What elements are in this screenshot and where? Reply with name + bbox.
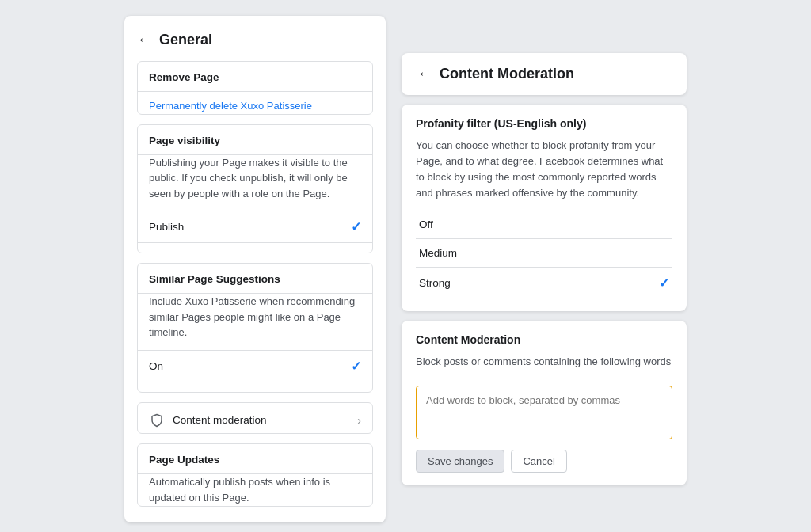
remove-page-title: Remove Page	[138, 62, 372, 91]
right-panel-header: ← Content Moderation	[402, 53, 687, 95]
content-moderation-nav-label: Content moderation	[173, 414, 267, 426]
on-label: On	[149, 360, 163, 372]
similar-page-title: Similar Page Suggestions	[138, 264, 372, 293]
similar-page-section: Similar Page Suggestions Include Xuxo Pa…	[137, 263, 373, 392]
content-moderation-nav[interactable]: Content moderation ›	[137, 402, 373, 435]
left-panel: ← General Remove Page Permanently delete…	[124, 16, 386, 522]
remove-page-section: Remove Page Permanently delete Xuxo Pati…	[137, 61, 373, 115]
page-visibility-section: Page visibility Publishing your Page mak…	[137, 124, 373, 253]
similar-page-description: Include Xuxo Patisserie when recommendin…	[138, 294, 372, 350]
profanity-filter-section: Profanity filter (US-English only) You c…	[402, 104, 687, 312]
profanity-option-off[interactable]: Off	[416, 211, 672, 239]
delete-page-link[interactable]: Permanently delete Xuxo Patisserie	[138, 92, 372, 115]
unpublish-option[interactable]: Unpublish	[138, 242, 372, 253]
profanity-options-list: Off Medium Strong ✓	[416, 211, 672, 298]
profanity-off-label: Off	[419, 218, 433, 230]
page-updates-title: Page Updates	[138, 444, 372, 473]
profanity-strong-label: Strong	[419, 277, 451, 289]
unpublish-label: Unpublish	[149, 251, 196, 253]
profanity-filter-card: Profanity filter (US-English only) You c…	[402, 104, 687, 312]
left-panel-header: ← General	[137, 32, 373, 48]
page-visibility-title: Page visibility	[138, 125, 372, 154]
profanity-option-medium[interactable]: Medium	[416, 239, 672, 268]
page-updates-section: Page Updates Automatically publish posts…	[137, 443, 373, 507]
publish-option[interactable]: Publish ✓	[138, 211, 372, 242]
shield-icon	[149, 412, 165, 428]
left-back-button[interactable]: ←	[137, 32, 151, 48]
profanity-strong-check-icon: ✓	[659, 276, 669, 291]
content-moderation-actions: Save changes Cancel	[416, 450, 672, 473]
cancel-button[interactable]: Cancel	[511, 450, 566, 473]
off-label: Off	[149, 390, 163, 393]
profanity-filter-description: You can choose whether to block profanit…	[416, 138, 672, 202]
right-panel-title: Content Moderation	[440, 66, 574, 82]
off-option[interactable]: Off	[138, 382, 372, 393]
content-moderation-nav-left: Content moderation	[149, 412, 267, 428]
right-panel-area: ← Content Moderation Profanity filter (U…	[402, 53, 687, 486]
content-moderation-nav-row[interactable]: Content moderation ›	[138, 403, 372, 435]
profanity-option-strong[interactable]: Strong ✓	[416, 268, 672, 298]
save-changes-button[interactable]: Save changes	[416, 450, 504, 473]
block-words-input[interactable]	[416, 386, 672, 439]
content-moderation-card: Content Moderation Block posts or commen…	[402, 321, 687, 485]
on-option[interactable]: On ✓	[138, 350, 372, 382]
chevron-right-icon: ›	[357, 414, 361, 427]
profanity-filter-title: Profanity filter (US-English only)	[416, 117, 672, 130]
right-back-button[interactable]: ←	[417, 66, 432, 82]
on-check-icon: ✓	[351, 359, 361, 374]
page-visibility-description: Publishing your Page makes it visible to…	[138, 155, 372, 211]
content-moderation-description: Block posts or comments containing the f…	[416, 354, 672, 370]
left-panel-title: General	[159, 32, 212, 48]
profanity-medium-label: Medium	[419, 247, 457, 259]
publish-check-icon: ✓	[351, 219, 361, 234]
publish-label: Publish	[149, 221, 184, 233]
page-updates-description: Automatically publish posts when info is…	[138, 474, 372, 507]
content-moderation-title: Content Moderation	[416, 333, 672, 346]
